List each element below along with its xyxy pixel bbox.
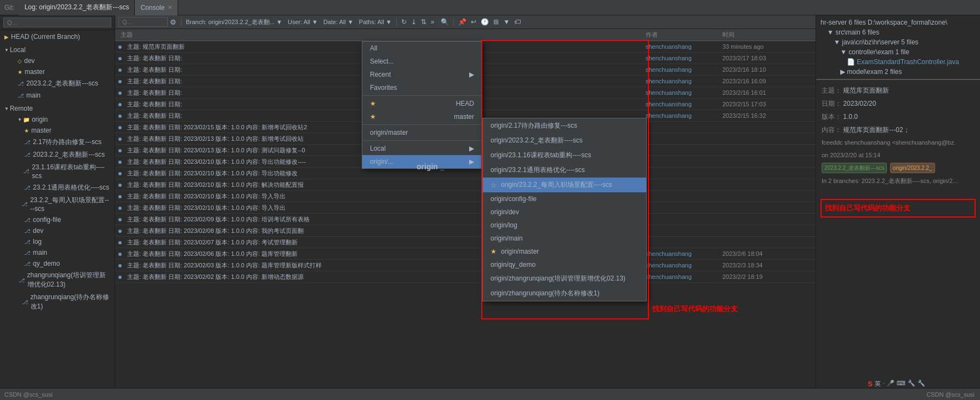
log-row-4[interactable]: ● 主题: 老表翻新 日期: shenchuanshang 2023/2/16 …	[115, 87, 816, 99]
sidebar-item-origin-2321[interactable]: ⎇ 23.2.1通用表格优化----scs	[0, 181, 115, 194]
clock-icon[interactable]: 🕐	[481, 18, 489, 26]
sidebar-item-origin-zhang2[interactable]: ⎇ zhangrunqiang(待办名称修改1)	[0, 291, 115, 313]
graph-dot-18: ●	[115, 249, 125, 258]
sidebar-item-remote[interactable]: ▼ Remote	[0, 103, 115, 114]
file-tree-exam-file[interactable]: 📄 ExamStandardTrashController.java	[818, 57, 978, 67]
graph-dot-17: ●	[115, 238, 125, 247]
row-author-5: shenchuanshang	[646, 101, 722, 107]
log-row-17[interactable]: ● 主题: 老表翻新 日期: 2023/02/07 版本: 1.0.0 内容: …	[115, 237, 816, 248]
log-row-12[interactable]: ● 主题: 老表翻新 日期: 2023/02/10 版本: 1.0.0 内容: …	[115, 179, 816, 191]
log-search-input[interactable]	[118, 17, 168, 27]
sidebar-origin-dev-label: dev	[33, 227, 43, 235]
sidebar-item-master[interactable]: ★ master	[0, 66, 115, 77]
local-triangle-icon: ▼	[4, 48, 9, 53]
log-row-6[interactable]: ● 主题: 老表翻新 日期: shenchuanshang 2023/2/15 …	[115, 110, 816, 122]
sidebar-item-origin-2322[interactable]: ⎇ 23.2.2_每周入职场景配置----scs	[0, 194, 115, 214]
sidebar-item-origin-qy[interactable]: ⎇ qy_demo	[0, 258, 115, 269]
log-row-9[interactable]: ● 主题: 老表翻新 日期: 2023/02/13 版本: 1.0.0 内容: …	[115, 145, 816, 156]
filter-icon[interactable]: ▼	[503, 18, 510, 26]
row-subject-7: 主题: 老表翻新 日期: 2023/02/15 版本: 1.0.0 内容: 新增…	[125, 123, 646, 132]
branch-origin-config-icon: ⎇	[24, 217, 31, 223]
branch-origin-2023-icon: ⎇	[24, 152, 31, 158]
sidebar-section-remote: ▼ Remote ▼ 📁 origin ★ master ⎇ 2	[0, 102, 115, 314]
log-row-2[interactable]: ● 主题: 老表翻新 日期: shenchuanshang 2023/2/16 …	[115, 64, 816, 76]
log-row-13[interactable]: ● 主题: 老表翻新 日期: 2023/02/10 版本: 1.0.0 内容: …	[115, 191, 816, 202]
git-icon: Git:	[4, 4, 15, 12]
sidebar-item-origin-main[interactable]: ⎇ main	[0, 247, 115, 258]
paths-selector[interactable]: Paths: All ▼	[359, 19, 392, 25]
tab-console[interactable]: Console ✕	[135, 0, 178, 15]
sidebar-search-input[interactable]	[3, 18, 111, 27]
sidebar-item-dev[interactable]: ◇ dev	[0, 55, 115, 66]
sidebar-item-origin-2023[interactable]: ⎇ 2023.2.2_老表翻新---scs	[0, 148, 115, 161]
log-row-14[interactable]: ● 主题: 老表翻新 日期: 2023/02/10 版本: 1.0.0 内容: …	[115, 202, 816, 214]
sidebar-item-origin-master[interactable]: ★ master	[0, 125, 115, 136]
refresh-icon[interactable]: ↻	[401, 18, 407, 26]
annotation-box: 找到自己写代码的功能分支	[821, 199, 976, 218]
branch-origin-dev-icon: ⎇	[24, 228, 31, 234]
grid-icon[interactable]: ⊞	[493, 18, 499, 26]
row-subject-1: 主题: 老表翻新 日期:	[125, 54, 646, 62]
log-row-15[interactable]: ● 主题: 老表翻新 日期: 2023/02/09 版本: 1.0.0 内容: …	[115, 214, 816, 225]
sidebar-item-origin-log[interactable]: ⎇ log	[0, 236, 115, 247]
graph-dot-9: ●	[115, 146, 125, 155]
folder-origin-icon: 📁	[23, 117, 30, 123]
row-subject-9: 主题: 老表翻新 日期: 2023/02/13 版本: 1.0.0 内容: 测试…	[125, 146, 646, 155]
row-subject-18: 主题: 老表翻新 日期: 2023/02/06 版本: 1.0.0 内容: 题库…	[125, 250, 646, 258]
cd-time-info: on 2023/2/20 at 15:14	[822, 152, 880, 158]
tab-log[interactable]: Log: origin/2023.2.2_老表翻新---scs	[19, 0, 135, 15]
undo-icon[interactable]: ↩	[471, 18, 476, 26]
pin-icon[interactable]: 📌	[458, 18, 466, 26]
file-tree-controller: ▼ controller\exam 1 file	[818, 47, 978, 57]
sidebar-item-origin-217[interactable]: ⎇ 2.17待办路由修复---scs	[0, 136, 115, 148]
sidebar-item-head[interactable]: ▶ HEAD (Current Branch)	[0, 31, 115, 42]
graph-dot-0: ●	[115, 42, 125, 51]
tag-icon[interactable]: 🏷	[514, 18, 521, 26]
log-row-16[interactable]: ● 主题: 老表翻新 日期: 2023/02/08 版本: 1.0.0 内容: …	[115, 225, 816, 237]
file-tree-root: hr-server 6 files D:\workspace_formal\zo…	[818, 18, 978, 27]
branch-origin-log-icon: ⎇	[24, 239, 31, 245]
user-selector[interactable]: User: All ▼	[288, 19, 318, 25]
gear-icon[interactable]: ⚙	[170, 18, 176, 26]
log-row-8[interactable]: ● 主题: 老表翻新 日期: 2023/02/13 版本: 1.0.0 内容: …	[115, 133, 816, 145]
date-selector[interactable]: Date: All ▼	[323, 19, 354, 25]
row-author-4: shenchuanshang	[646, 89, 722, 96]
graph-dot-16: ●	[115, 226, 125, 235]
log-row-7[interactable]: ● 主题: 老表翻新 日期: 2023/02/15 版本: 1.0.0 内容: …	[115, 122, 816, 133]
file-tree-java: ▼ java\cn\bz\hr\server 5 files	[818, 37, 978, 47]
sidebar-item-origin-config[interactable]: ⎇ config-file	[0, 214, 115, 225]
graph-dot-12: ●	[115, 180, 125, 189]
search-icon[interactable]: 🔍	[441, 18, 449, 26]
file-tree-src: ▼ src\main 6 files	[818, 27, 978, 37]
log-row-18[interactable]: ● 主题: 老表翻新 日期: 2023/02/06 版本: 1.0.0 内容: …	[115, 248, 816, 260]
remote-label: Remote	[10, 105, 33, 112]
more-icon[interactable]: »	[431, 18, 435, 26]
sidebar-item-local[interactable]: ▼ Local	[0, 44, 115, 55]
sidebar-item-origin-dev[interactable]: ⎇ dev	[0, 225, 115, 236]
branch-origin-zhang1-icon: ⎇	[19, 277, 25, 283]
sidebar-item-branch-2023[interactable]: ⎇ 2023.2.2_老表翻新---scs	[0, 77, 115, 90]
push-icon[interactable]: ⇅	[421, 18, 426, 26]
log-row-10[interactable]: ● 主题: 老表翻新 日期: 2023/02/10 版本: 1.0.0 内容: …	[115, 156, 816, 168]
log-row-3[interactable]: ● 主题: 老表翻新 日期: shenchuanshang 2023/2/16 …	[115, 76, 816, 87]
fetch-icon[interactable]: ⤓	[411, 18, 417, 26]
sep3	[453, 18, 454, 26]
log-row-5[interactable]: ● 主题: 老表翻新 日期: shenchuanshang 2023/2/15 …	[115, 99, 816, 110]
sidebar-item-main[interactable]: ⎇ main	[0, 90, 115, 101]
head-label: HEAD (Current Branch)	[11, 33, 80, 41]
sidebar-item-origin[interactable]: ▼ 📁 origin	[0, 114, 115, 125]
main-area: ▶ HEAD (Current Branch) ▼ Local ◇ dev ★	[0, 15, 980, 388]
sidebar-item-origin-2316[interactable]: ⎇ 23.1.16课程表tab重构----scs	[0, 161, 115, 181]
log-row-11[interactable]: ● 主题: 老表翻新 日期: 2023/02/10 版本: 1.0.0 内容: …	[115, 168, 816, 179]
log-row-0[interactable]: ● 主题: 规范库页面翻新 shenchuanshang 33 minutes …	[115, 41, 816, 53]
graph-dot-20: ●	[115, 272, 125, 281]
log-row-20[interactable]: ● 主题: 老表翻新 日期: 2023/02/02 版本: 1.0.0 内容: …	[115, 271, 816, 283]
right-panel: hr-server 6 files D:\workspace_formal\zo…	[816, 15, 980, 388]
cd-time-line: on 2023/2/20 at 15:14	[822, 151, 975, 160]
log-table-header: 主题 作者 时间	[115, 29, 816, 41]
close-icon[interactable]: ✕	[168, 4, 172, 10]
branch-selector[interactable]: Branch: origin/2023.2.2_老表翻... ▼	[186, 18, 282, 26]
log-row-19[interactable]: ● 主题: 老表翻新 日期: 2023/02/03 版本: 1.0.0 内容: …	[115, 260, 816, 271]
log-row-1[interactable]: ● 主题: 老表翻新 日期: shenchuanshang 2023/2/17 …	[115, 53, 816, 64]
sidebar-item-origin-zhang1[interactable]: ⎇ zhangrunqiang(培训管理新增优化02.13)	[0, 269, 115, 291]
